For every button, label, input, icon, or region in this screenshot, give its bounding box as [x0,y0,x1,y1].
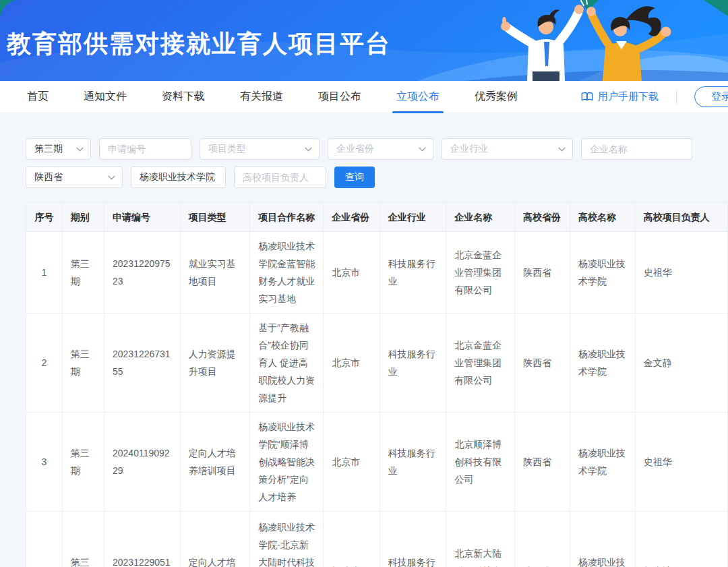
table-cell: 第三期 [62,232,104,314]
column-header-8: 高校省份 [515,203,570,232]
nav-tab-project-approval[interactable]: 立项公布 [396,81,439,113]
enterprise-province-select[interactable]: 企业省份 [328,138,433,160]
table-cell: 定向人才培养培训项目 [180,512,250,567]
table-cell: 科技服务行业 [380,314,446,413]
column-header-7: 企业名称 [446,203,515,232]
table-cell: 杨凌职业技术学院金蓝智能财务人才就业实习基地 [250,232,324,314]
column-header-1: 期别 [62,203,104,232]
table-cell: 陕西省 [515,512,570,567]
nav-tab-material-download[interactable]: 资料下载 [162,81,205,113]
filter-row-1: 第三期 项目类型 企业省份 企业行业 [26,138,728,160]
table-cell: 人力资源提升项目 [180,314,250,413]
nav-tab-project-announcement[interactable]: 项目公布 [318,81,361,113]
site-title: 教育部供需对接就业育人项目平台 [7,28,391,61]
table-cell: 陕西省 [515,314,570,413]
user-manual-label: 用户手册下载 [598,90,659,103]
main-content: 第三期 项目类型 企业省份 企业行业 陕西省 [0,113,728,567]
enterprise-name-input[interactable] [581,138,692,160]
nav-tabs: 首页通知文件资料下载有关报道项目公布立项公布优秀案例 [0,81,518,113]
table-cell: 北京顺泽博创科技有限公司 [446,413,515,512]
table-row-2: 2第三期2023122673155人力资源提升项目基于“产教融合”校企协同育人 … [26,314,728,413]
navbar: 首页通知文件资料下载有关报道项目公布立项公布优秀案例 用户手册下载 登录 [0,81,728,113]
table-cell: 科技服务行业 [380,512,446,567]
table-cell: 福建省 [324,512,380,567]
enterprise-province-placeholder: 企业省份 [336,143,374,155]
table-cell: 北京新大陆时代科技有限公司 [446,512,515,567]
column-header-5: 企业省份 [324,203,380,232]
table-cell: 杨凌职业技术学院“顺泽博创战略智能决策分析”定向人才培养 [250,413,324,512]
table-cell: 2023122905190 [104,512,181,567]
projects-table-wrap: 序号期别申请编号项目类型项目合作名称企业省份企业行业企业名称高校省份高校名称高校… [26,202,728,567]
period-select[interactable]: 第三期 [26,138,91,160]
table-cell: 定向人才培养培训项目 [180,413,250,512]
column-header-6: 企业行业 [380,203,446,232]
enterprise-industry-select[interactable]: 企业行业 [442,138,573,160]
table-cell: 陕西省 [515,413,570,512]
table-cell: 科技服务行业 [380,413,446,512]
table-cell: 杨凌职业技术学院 [570,314,635,413]
table-cell: 杨凌职业技术学院 [570,232,635,314]
table-cell: 4 [26,512,63,567]
table-cell: 2023122097523 [104,232,181,314]
table-cell: 第三期 [62,413,104,512]
table-cell: 3 [26,413,63,512]
nav-right: 用户手册下载 登录 [581,86,728,107]
table-cell: 北京市 [324,413,380,512]
table-cell: 北京市 [324,232,380,314]
filter-row-2: 陕西省 查询 [26,167,728,188]
table-cell: 第三期 [62,314,104,413]
table-cell: 科技服务行业 [380,232,446,314]
nav-tab-home[interactable]: 首页 [27,81,49,113]
table-cell: 2024011909229 [104,413,181,512]
table-cell: 北京金蓝企业管理集团有限公司 [446,232,515,314]
table-cell: 胡启迪 [635,512,727,567]
period-select-value: 第三期 [34,143,63,155]
school-province-select[interactable]: 陕西省 [26,167,123,188]
column-header-9: 高校名称 [570,203,635,232]
project-type-placeholder: 项目类型 [208,143,246,155]
login-button[interactable]: 登录 [694,86,728,107]
table-cell: 第三期 [62,512,104,567]
column-header-0: 序号 [26,203,63,232]
school-province-select-value: 陕西省 [34,171,63,183]
table-cell: 陕西省 [515,232,570,314]
user-manual-download-link[interactable]: 用户手册下载 [581,90,659,103]
table-cell: 2 [26,314,63,413]
table-cell: 北京市 [324,314,380,413]
school-leader-input[interactable] [234,167,326,188]
table-row-1: 1第三期2023122097523就业实习基地项目杨凌职业技术学院金蓝智能财务人… [26,232,728,314]
enterprise-industry-placeholder: 企业行业 [450,143,488,155]
column-header-4: 项目合作名称 [250,203,324,232]
table-cell: 杨凌职业技术学院-北京新大陆时代科技有限公司物联网及人工智能方向人才培养 [250,512,324,567]
table-cell: 杨凌职业技术学院 [570,413,635,512]
nav-tab-related-reports[interactable]: 有关报道 [240,81,283,113]
search-button[interactable]: 查询 [334,167,375,188]
table-cell: 基于“产教融合”校企协同育人 促进高职院校人力资源提升 [250,314,324,413]
nav-tab-excellent-cases[interactable]: 优秀案例 [475,81,518,113]
table-row-4: 4第三期2023122905190定向人才培养培训项目杨凌职业技术学院-北京新大… [26,512,728,567]
chevron-down-icon [108,175,115,180]
project-type-select[interactable]: 项目类型 [200,138,320,160]
table-cell: 金文静 [635,314,727,413]
table-header-row: 序号期别申请编号项目类型项目合作名称企业省份企业行业企业名称高校省份高校名称高校… [26,203,728,232]
book-icon [581,92,593,102]
table-cell: 杨凌职业技术学院 [570,512,635,567]
column-header-2: 申请编号 [104,203,181,232]
table-cell: 史祖华 [635,232,727,314]
site-banner: 教育部供需对接就业育人项目平台 [0,0,728,81]
table-cell: 史祖华 [635,413,727,512]
school-name-input[interactable] [131,167,226,188]
column-header-10: 高校项目负责人 [635,203,727,232]
chevron-down-icon [558,147,566,152]
table-cell: 就业实习基地项目 [180,232,250,314]
chevron-down-icon [76,147,84,152]
projects-table: 序号期别申请编号项目类型项目合作名称企业省份企业行业企业名称高校省份高校名称高校… [26,202,728,567]
column-header-3: 项目类型 [180,203,250,232]
table-row-3: 3第三期2024011909229定向人才培养培训项目杨凌职业技术学院“顺泽博创… [26,413,728,512]
nav-divider [676,90,677,104]
chevron-down-icon [305,147,312,152]
chevron-down-icon [419,147,426,152]
nav-tab-notice-files[interactable]: 通知文件 [84,81,127,113]
table-cell: 1 [26,232,63,314]
application-no-input[interactable] [99,138,191,160]
